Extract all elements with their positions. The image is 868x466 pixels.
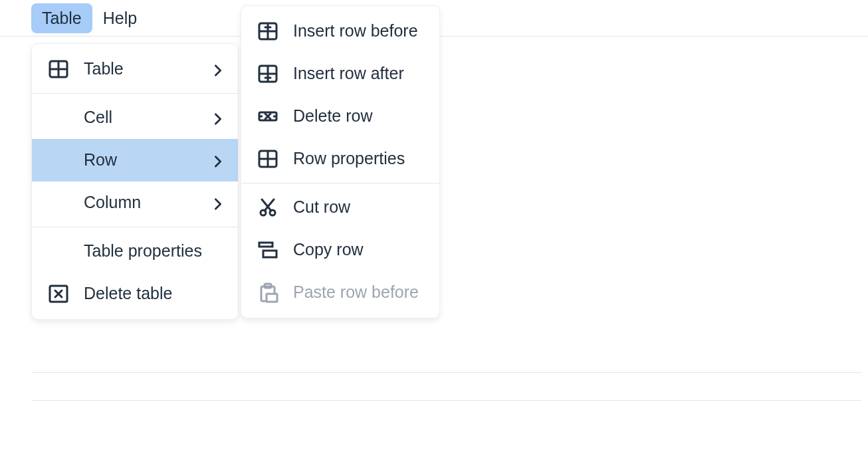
menu-item-copy-row[interactable]: Copy row <box>241 229 439 271</box>
table-icon <box>47 57 70 81</box>
icon-placeholder <box>47 239 70 263</box>
menu-label: Row <box>84 149 211 172</box>
menu-label: Table properties <box>84 240 225 263</box>
menu-label: Cell <box>84 106 211 129</box>
menu-label: Insert row after <box>293 62 426 85</box>
icon-placeholder <box>47 191 70 215</box>
menu-item-table-properties[interactable]: Table properties <box>32 230 238 273</box>
menu-label: Delete row <box>293 105 426 128</box>
menu-item-insert-row-before[interactable]: Insert row before <box>241 10 439 53</box>
menu-item-insert-row-after[interactable]: Insert row after <box>241 53 439 95</box>
copy-icon <box>256 238 280 262</box>
paste-icon <box>256 281 280 304</box>
menu-label: Table <box>84 58 211 80</box>
menu-item-row-properties[interactable]: Row properties <box>241 138 439 180</box>
table-menu: Table Cell Row Column <box>31 43 239 320</box>
menu-item-column[interactable]: Column <box>32 181 238 224</box>
icon-placeholder <box>47 148 70 172</box>
cut-icon <box>256 195 280 219</box>
insert-row-after-icon <box>256 62 280 86</box>
menubar-label-table: Table <box>42 9 82 27</box>
menu-divider <box>241 183 439 183</box>
menu-label: Delete table <box>84 283 225 305</box>
menu-item-delete-table[interactable]: Delete table <box>32 273 238 315</box>
chevron-right-icon <box>211 154 225 167</box>
menu-label: Row properties <box>293 148 426 170</box>
delete-row-icon <box>256 104 280 128</box>
menu-divider <box>32 227 238 227</box>
delete-table-icon <box>47 282 70 306</box>
menu-item-table[interactable]: Table <box>32 48 238 90</box>
menu-item-cell[interactable]: Cell <box>32 96 238 139</box>
menu-label: Paste row before <box>293 281 426 304</box>
menubar-item-help[interactable]: Help <box>92 3 148 33</box>
menu-item-cut-row[interactable]: Cut row <box>241 186 439 229</box>
menu-item-row[interactable]: Row <box>32 139 238 181</box>
menu-divider <box>32 93 238 94</box>
menu-label: Insert row before <box>293 20 426 43</box>
chevron-right-icon <box>211 196 225 209</box>
chevron-right-icon <box>211 62 225 76</box>
menu-label: Copy row <box>293 239 426 261</box>
menu-item-delete-row[interactable]: Delete row <box>241 95 439 138</box>
editor-separator <box>31 400 861 401</box>
insert-row-before-icon <box>256 19 280 43</box>
chevron-right-icon <box>211 111 225 124</box>
row-properties-icon <box>256 147 280 171</box>
editor-separator <box>31 372 861 373</box>
menu-label: Cut row <box>293 196 426 219</box>
icon-placeholder <box>47 106 70 130</box>
menubar-label-help: Help <box>103 9 137 27</box>
menu-item-paste-row-before: Paste row before <box>241 271 439 314</box>
menubar-item-table[interactable]: Table <box>31 3 92 33</box>
menu-label: Column <box>84 191 211 214</box>
row-submenu: Insert row before Insert row after Delet… <box>241 5 440 318</box>
